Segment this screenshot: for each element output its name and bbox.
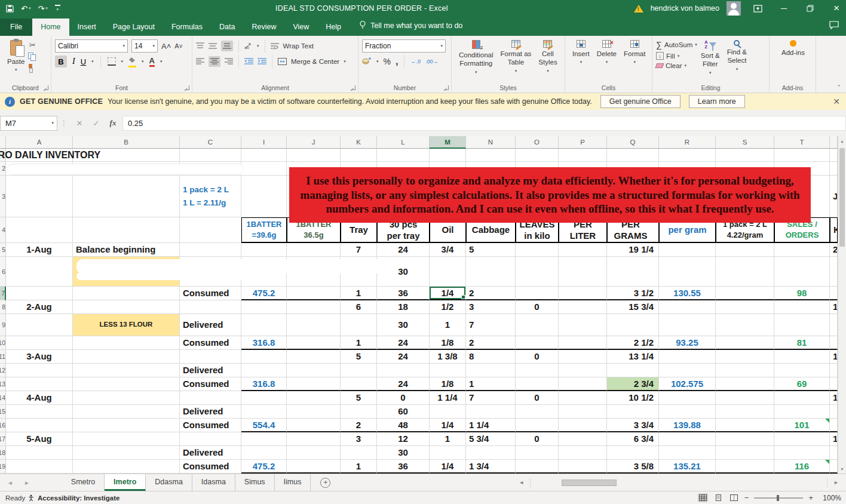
horizontal-scrollbar[interactable]: ◄ ►: [514, 474, 846, 491]
zoom-in-icon[interactable]: +: [808, 493, 813, 502]
cell-Q6[interactable]: [607, 257, 659, 287]
font-size-select[interactable]: 14▾: [131, 39, 158, 53]
cell-Q7[interactable]: 3 1/2: [607, 287, 659, 300]
orientation-icon[interactable]: ab: [244, 42, 253, 50]
cell-B16[interactable]: [73, 419, 180, 432]
bold-button[interactable]: B: [55, 56, 67, 67]
cell-R10[interactable]: 93.25: [659, 336, 716, 350]
avatar[interactable]: [727, 1, 741, 16]
cell-R18[interactable]: [659, 446, 716, 460]
row-header-8[interactable]: 8: [0, 300, 6, 314]
cell-T16[interactable]: 101: [774, 419, 830, 432]
row-header-5[interactable]: 5: [0, 243, 6, 257]
cell-P14[interactable]: [559, 391, 607, 405]
cell-M6[interactable]: [430, 257, 466, 287]
cell-U7[interactable]: [830, 287, 838, 300]
col-header-U[interactable]: [830, 136, 838, 149]
redo-icon[interactable]: ↷▾: [38, 4, 47, 13]
undo-icon[interactable]: ↶▾: [21, 4, 30, 13]
col-header-P[interactable]: P: [559, 136, 607, 149]
cell-R6[interactable]: [659, 257, 716, 287]
cell-J17[interactable]: [287, 432, 341, 446]
formula-input[interactable]: 0.25: [122, 116, 846, 131]
cell-Q13[interactable]: 2 3/4: [607, 377, 659, 391]
cell-L10[interactable]: 24: [377, 336, 430, 350]
format-painter-icon[interactable]: [28, 64, 33, 72]
cell-S18[interactable]: [716, 446, 774, 460]
cell-S10[interactable]: [716, 336, 774, 350]
cell-U6[interactable]: [830, 257, 838, 287]
cell-O6[interactable]: [516, 257, 559, 287]
ribbon-display-options-icon[interactable]: [748, 0, 767, 17]
middle-align-icon[interactable]: [209, 42, 217, 50]
cell-K16[interactable]: 2: [341, 419, 377, 432]
menu-tab-formulas[interactable]: Formulas: [163, 19, 211, 36]
cell-M12[interactable]: [430, 364, 466, 377]
cell-L19[interactable]: 36: [377, 460, 430, 474]
cell-J8[interactable]: [287, 300, 341, 314]
cell-K5[interactable]: 7: [341, 243, 377, 257]
cell-U16[interactable]: [830, 419, 838, 432]
number-dialog-launcher[interactable]: [444, 85, 449, 90]
cell-U17[interactable]: 1: [830, 432, 838, 446]
zoom-slider-thumb[interactable]: [777, 495, 779, 501]
cell-O10[interactable]: [516, 336, 559, 350]
menu-tab-review[interactable]: Review: [243, 19, 284, 36]
cell-B9[interactable]: LESS 13 FLOUR: [73, 314, 180, 336]
cell-M9[interactable]: 1: [430, 314, 466, 336]
number-format-select[interactable]: Fraction▾: [362, 39, 446, 53]
cell-S7[interactable]: [716, 287, 774, 300]
cell-A12[interactable]: [6, 364, 73, 377]
cell-J14[interactable]: [287, 391, 341, 405]
new-sheet-icon[interactable]: +: [320, 478, 330, 488]
cell-styles-button[interactable]: Cell Styles▾: [535, 38, 560, 83]
cell-Q5[interactable]: 19 1/4: [607, 243, 659, 257]
cell-B12[interactable]: [73, 364, 180, 377]
cell-B11[interactable]: [73, 350, 180, 364]
cell-L1[interactable]: [377, 149, 430, 162]
cell-T7[interactable]: 98: [774, 287, 830, 300]
font-color-dropdown-icon[interactable]: ▾: [160, 59, 163, 64]
row-header-3[interactable]: 3: [0, 176, 6, 217]
fill-button[interactable]: ↓ Fill▾: [656, 52, 697, 60]
cell-U15[interactable]: [830, 405, 838, 419]
name-box[interactable]: M7 ▾: [0, 116, 57, 131]
cell-C10[interactable]: Consumed: [180, 336, 241, 350]
cell-R7[interactable]: 130.55: [659, 287, 716, 300]
cell-T8[interactable]: [774, 300, 830, 314]
cell-S11[interactable]: [716, 350, 774, 364]
cell-I17[interactable]: [241, 432, 287, 446]
cell-T15[interactable]: [774, 405, 830, 419]
col-header-L[interactable]: L: [377, 136, 430, 149]
borders-icon[interactable]: [108, 57, 116, 66]
col-header-A[interactable]: A: [6, 136, 73, 149]
cell-L11[interactable]: 24: [377, 350, 430, 364]
cell-T13[interactable]: 69: [774, 377, 830, 391]
addins-button[interactable]: Add-ins: [778, 38, 808, 83]
cell-A8[interactable]: 2-Aug: [6, 300, 73, 314]
cell-B13[interactable]: [73, 377, 180, 391]
row-header-14[interactable]: 14: [0, 391, 6, 405]
cell-R13[interactable]: 102.575: [659, 377, 716, 391]
top-align-icon[interactable]: [196, 42, 204, 50]
cell-A11[interactable]: 3-Aug: [6, 350, 73, 364]
cell-L7[interactable]: 36: [377, 287, 430, 300]
cell-U12[interactable]: [830, 364, 838, 377]
cell-K15[interactable]: [341, 405, 377, 419]
cell-C3[interactable]: 1 pack = 2 L 1 L = 2.11/g: [180, 176, 241, 217]
col-header-B[interactable]: B: [73, 136, 180, 149]
cell-P17[interactable]: [559, 432, 607, 446]
cell-M7[interactable]: 1/4: [430, 287, 466, 300]
cell-N5[interactable]: 5: [466, 243, 516, 257]
cell-N13[interactable]: 1: [466, 377, 516, 391]
cell-P19[interactable]: [559, 460, 607, 474]
cell-C13[interactable]: Consumed: [180, 377, 241, 391]
merge-center-icon[interactable]: [278, 58, 287, 65]
cell-O5[interactable]: [516, 243, 559, 257]
cell-A3[interactable]: [6, 176, 73, 217]
menu-tab-help[interactable]: Help: [317, 19, 350, 36]
clipboard-dialog-launcher[interactable]: [44, 85, 48, 90]
cell-O9[interactable]: [516, 314, 559, 336]
collapse-ribbon-icon[interactable]: ⌃: [836, 84, 841, 90]
increase-indent-icon[interactable]: [258, 58, 266, 65]
